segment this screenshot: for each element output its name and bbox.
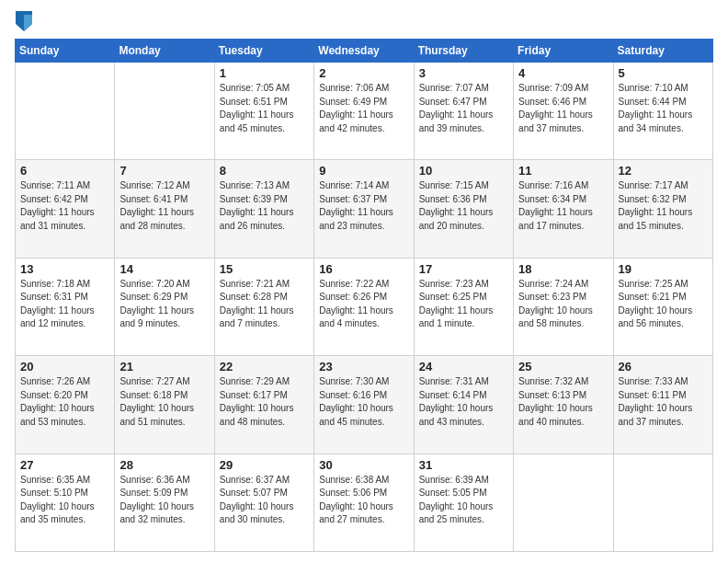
day-info: Sunrise: 7:22 AM Sunset: 6:26 PM Dayligh… (319, 278, 408, 331)
day-number: 18 (518, 262, 608, 276)
day-number: 6 (20, 164, 109, 178)
week-row-2: 6Sunrise: 7:11 AM Sunset: 6:42 PM Daylig… (16, 160, 713, 258)
calendar: SundayMondayTuesdayWednesdayThursdayFrid… (15, 39, 713, 552)
day-info: Sunrise: 7:15 AM Sunset: 6:36 PM Dayligh… (419, 179, 508, 233)
day-info: Sunrise: 7:30 AM Sunset: 6:16 PM Dayligh… (319, 375, 408, 429)
day-cell (16, 63, 115, 160)
day-number: 25 (518, 360, 608, 373)
day-info: Sunrise: 7:14 AM Sunset: 6:37 PM Dayligh… (319, 179, 408, 233)
day-cell: 15Sunrise: 7:21 AM Sunset: 6:28 PM Dayli… (214, 258, 313, 355)
day-number: 23 (319, 360, 408, 373)
day-cell: 29Sunrise: 6:37 AM Sunset: 5:07 PM Dayli… (214, 454, 313, 551)
day-info: Sunrise: 7:20 AM Sunset: 6:29 PM Dayligh… (119, 278, 209, 331)
day-number: 27 (20, 458, 109, 472)
day-cell: 21Sunrise: 7:27 AM Sunset: 6:18 PM Dayli… (115, 356, 214, 454)
day-number: 14 (119, 262, 209, 276)
day-info: Sunrise: 7:09 AM Sunset: 6:46 PM Dayligh… (518, 82, 608, 135)
weekday-tuesday: Tuesday (214, 40, 313, 63)
day-info: Sunrise: 7:13 AM Sunset: 6:39 PM Dayligh… (220, 179, 309, 233)
day-number: 22 (220, 360, 309, 373)
day-cell: 25Sunrise: 7:32 AM Sunset: 6:13 PM Dayli… (514, 356, 613, 454)
day-number: 4 (518, 66, 608, 80)
day-cell (115, 63, 214, 160)
day-info: Sunrise: 7:16 AM Sunset: 6:34 PM Dayligh… (518, 179, 608, 233)
day-cell: 9Sunrise: 7:14 AM Sunset: 6:37 PM Daylig… (314, 160, 414, 258)
day-number: 28 (119, 458, 209, 472)
day-number: 2 (319, 66, 408, 80)
weekday-header-row: SundayMondayTuesdayWednesdayThursdayFrid… (16, 40, 713, 63)
logo (15, 11, 32, 31)
day-number: 1 (220, 66, 309, 80)
day-number: 15 (220, 262, 309, 276)
week-row-4: 20Sunrise: 7:26 AM Sunset: 6:20 PM Dayli… (16, 356, 713, 454)
day-info: Sunrise: 7:24 AM Sunset: 6:23 PM Dayligh… (518, 278, 608, 331)
calendar-body: 1Sunrise: 7:05 AM Sunset: 6:51 PM Daylig… (16, 63, 713, 552)
day-number: 8 (220, 164, 309, 178)
day-cell: 2Sunrise: 7:06 AM Sunset: 6:49 PM Daylig… (314, 63, 414, 160)
week-row-3: 13Sunrise: 7:18 AM Sunset: 6:31 PM Dayli… (16, 258, 713, 355)
header (15, 11, 713, 31)
day-info: Sunrise: 7:21 AM Sunset: 6:28 PM Dayligh… (220, 278, 309, 331)
day-cell: 28Sunrise: 6:36 AM Sunset: 5:09 PM Dayli… (115, 454, 214, 551)
day-cell: 19Sunrise: 7:25 AM Sunset: 6:21 PM Dayli… (613, 258, 712, 355)
day-number: 26 (619, 360, 708, 373)
day-cell: 12Sunrise: 7:17 AM Sunset: 6:32 PM Dayli… (613, 160, 712, 258)
week-row-1: 1Sunrise: 7:05 AM Sunset: 6:51 PM Daylig… (16, 63, 713, 160)
day-cell: 24Sunrise: 7:31 AM Sunset: 6:14 PM Dayli… (414, 356, 513, 454)
day-info: Sunrise: 7:07 AM Sunset: 6:47 PM Dayligh… (419, 82, 508, 135)
day-info: Sunrise: 7:05 AM Sunset: 6:51 PM Dayligh… (220, 82, 309, 135)
day-info: Sunrise: 7:23 AM Sunset: 6:25 PM Dayligh… (419, 278, 508, 331)
day-cell: 31Sunrise: 6:39 AM Sunset: 5:05 PM Dayli… (414, 454, 513, 551)
day-info: Sunrise: 6:39 AM Sunset: 5:05 PM Dayligh… (419, 474, 508, 527)
day-info: Sunrise: 6:35 AM Sunset: 5:10 PM Dayligh… (20, 474, 109, 527)
day-cell: 22Sunrise: 7:29 AM Sunset: 6:17 PM Dayli… (214, 356, 313, 454)
day-number: 20 (20, 360, 109, 373)
day-number: 5 (619, 66, 708, 80)
day-info: Sunrise: 7:33 AM Sunset: 6:11 PM Dayligh… (619, 375, 708, 429)
day-cell: 7Sunrise: 7:12 AM Sunset: 6:41 PM Daylig… (115, 160, 214, 258)
day-cell: 23Sunrise: 7:30 AM Sunset: 6:16 PM Dayli… (314, 356, 414, 454)
day-info: Sunrise: 6:37 AM Sunset: 5:07 PM Dayligh… (220, 474, 309, 527)
day-info: Sunrise: 7:10 AM Sunset: 6:44 PM Dayligh… (619, 82, 708, 135)
day-info: Sunrise: 6:36 AM Sunset: 5:09 PM Dayligh… (119, 474, 209, 527)
day-number: 13 (20, 262, 109, 276)
day-cell: 8Sunrise: 7:13 AM Sunset: 6:39 PM Daylig… (214, 160, 313, 258)
day-cell: 13Sunrise: 7:18 AM Sunset: 6:31 PM Dayli… (16, 258, 115, 355)
day-number: 3 (419, 66, 508, 80)
weekday-friday: Friday (514, 40, 613, 63)
day-info: Sunrise: 7:06 AM Sunset: 6:49 PM Dayligh… (319, 82, 408, 135)
day-cell: 6Sunrise: 7:11 AM Sunset: 6:42 PM Daylig… (16, 160, 115, 258)
day-number: 17 (419, 262, 508, 276)
weekday-sunday: Sunday (16, 40, 115, 63)
day-cell: 17Sunrise: 7:23 AM Sunset: 6:25 PM Dayli… (414, 258, 513, 355)
day-number: 21 (119, 360, 209, 373)
day-cell: 1Sunrise: 7:05 AM Sunset: 6:51 PM Daylig… (214, 63, 313, 160)
weekday-thursday: Thursday (414, 40, 513, 63)
day-number: 30 (319, 458, 408, 472)
day-number: 31 (419, 458, 508, 472)
day-number: 7 (119, 164, 209, 178)
day-cell: 3Sunrise: 7:07 AM Sunset: 6:47 PM Daylig… (414, 63, 513, 160)
weekday-wednesday: Wednesday (314, 40, 414, 63)
svg-marker-1 (24, 15, 32, 31)
page: SundayMondayTuesdayWednesdayThursdayFrid… (0, 0, 728, 563)
day-info: Sunrise: 7:26 AM Sunset: 6:20 PM Dayligh… (20, 375, 109, 429)
day-cell (613, 454, 712, 551)
day-cell: 11Sunrise: 7:16 AM Sunset: 6:34 PM Dayli… (514, 160, 613, 258)
day-info: Sunrise: 7:25 AM Sunset: 6:21 PM Dayligh… (619, 278, 708, 331)
day-cell: 30Sunrise: 6:38 AM Sunset: 5:06 PM Dayli… (314, 454, 414, 551)
day-cell: 14Sunrise: 7:20 AM Sunset: 6:29 PM Dayli… (115, 258, 214, 355)
weekday-monday: Monday (115, 40, 214, 63)
day-cell: 18Sunrise: 7:24 AM Sunset: 6:23 PM Dayli… (514, 258, 613, 355)
day-cell: 27Sunrise: 6:35 AM Sunset: 5:10 PM Dayli… (16, 454, 115, 551)
week-row-5: 27Sunrise: 6:35 AM Sunset: 5:10 PM Dayli… (16, 454, 713, 551)
day-number: 10 (419, 164, 508, 178)
day-cell: 26Sunrise: 7:33 AM Sunset: 6:11 PM Dayli… (613, 356, 712, 454)
day-cell: 5Sunrise: 7:10 AM Sunset: 6:44 PM Daylig… (613, 63, 712, 160)
day-info: Sunrise: 7:17 AM Sunset: 6:32 PM Dayligh… (619, 179, 708, 233)
day-info: Sunrise: 6:38 AM Sunset: 5:06 PM Dayligh… (319, 474, 408, 527)
day-info: Sunrise: 7:29 AM Sunset: 6:17 PM Dayligh… (220, 375, 309, 429)
day-info: Sunrise: 7:11 AM Sunset: 6:42 PM Dayligh… (20, 179, 109, 233)
day-info: Sunrise: 7:12 AM Sunset: 6:41 PM Dayligh… (119, 179, 209, 233)
logo-icon (16, 11, 32, 31)
